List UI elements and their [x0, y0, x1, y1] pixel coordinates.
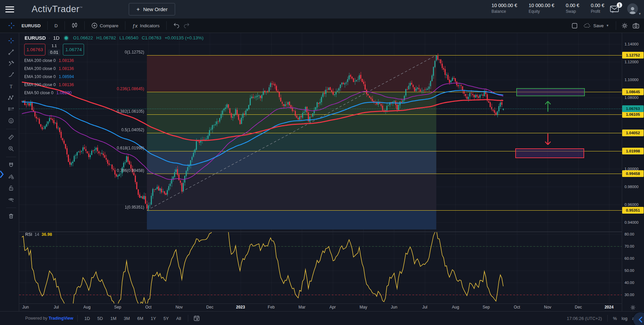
- stat-value: 0.00 €: [566, 3, 579, 8]
- redo-button[interactable]: [183, 19, 193, 33]
- drawing-lock-tool-icon[interactable]: [5, 171, 17, 182]
- legend-interval[interactable]: 1D: [53, 35, 59, 41]
- indicator-row[interactable]: EMA 200 close 01.08136: [24, 81, 74, 89]
- chart-toolbar: EURUSD D Compare ƒx Indicators: [0, 19, 644, 33]
- hide-drawings-tool-icon[interactable]: [5, 194, 17, 205]
- time-tick: Apr: [329, 305, 336, 310]
- account-stat[interactable]: 10 000.00 €Equity: [529, 3, 555, 14]
- indicator-name: EMA 200 close 0: [24, 82, 56, 87]
- avatar-chevron-down-icon[interactable]: ▼: [638, 12, 641, 15]
- person-icon: [629, 6, 636, 14]
- account-stat[interactable]: 0.00 €Profit: [591, 3, 604, 14]
- save-layout-button[interactable]: Save ▼: [582, 23, 610, 28]
- fib-level-label[interactable]: 0.5(1.04052): [121, 128, 144, 132]
- range-button-1y[interactable]: 1Y: [148, 315, 159, 322]
- price-level-tag[interactable]: 1.08645: [622, 88, 644, 95]
- legend-symbol[interactable]: EURUSD: [25, 35, 46, 41]
- crosshair-tool-icon[interactable]: [5, 19, 18, 33]
- indicator-name: EMA 200 close 0: [24, 58, 56, 63]
- pane-separator[interactable]: [19, 231, 644, 232]
- range-button-1d[interactable]: 1D: [82, 315, 93, 322]
- cloud-icon: [583, 23, 591, 28]
- sell-arrow-down-icon[interactable]: [542, 133, 554, 147]
- hamburger-menu-icon[interactable]: [5, 6, 14, 12]
- range-button-3m[interactable]: 3M: [121, 315, 132, 322]
- fib-level-label[interactable]: 0.236(1.08645): [117, 86, 144, 91]
- rsi-tick: 60.00: [625, 256, 634, 260]
- trash-tool-icon[interactable]: [5, 210, 17, 222]
- crosshair-tool-icon[interactable]: [5, 35, 17, 46]
- emoji-tool-icon[interactable]: [5, 115, 17, 127]
- chevron-left-icon: [639, 316, 643, 323]
- axis-gear-icon[interactable]: [630, 305, 636, 310]
- account-stat[interactable]: 10 000.00 €Balance: [491, 3, 517, 14]
- clock[interactable]: 17:06:26 (UTC+2): [567, 316, 602, 321]
- stat-value: 0.00 €: [591, 3, 604, 8]
- supply-zone-box[interactable]: [516, 88, 585, 96]
- range-button-all[interactable]: All: [173, 315, 184, 322]
- tradingview-link[interactable]: TradingView: [49, 316, 73, 321]
- fib-level-label[interactable]: 1(0.95351): [125, 205, 144, 210]
- magnet-tool-icon[interactable]: [5, 159, 17, 171]
- go-to-date-button[interactable]: [194, 315, 200, 321]
- fib-level-label[interactable]: 0.382(1.06105): [117, 109, 144, 114]
- buy-arrow-up-icon[interactable]: [542, 100, 554, 112]
- fib-level-label[interactable]: 0.618(1.01998): [117, 146, 144, 150]
- price-level-tag[interactable]: 1.04052: [622, 130, 644, 136]
- indicator-row[interactable]: EMA 200 close 01.08136: [24, 57, 74, 65]
- demand-zone-box[interactable]: [515, 148, 584, 158]
- time-axis[interactable]: JunJulAugSepOctNovDec2023FebMarAprMayJun…: [19, 304, 622, 311]
- chart-style-button[interactable]: [68, 19, 81, 33]
- price-level-tag[interactable]: 1.12752: [622, 52, 644, 59]
- indicator-row[interactable]: EMA 200 close 01.08136: [24, 65, 74, 73]
- time-tick: Aug: [83, 305, 90, 310]
- camera-icon[interactable]: [633, 23, 639, 29]
- buy-button[interactable]: 1.06774: [63, 44, 84, 56]
- settings-gear-icon[interactable]: [621, 23, 628, 29]
- avatar[interactable]: [627, 3, 638, 14]
- new-order-button[interactable]: + New Order: [129, 3, 175, 15]
- rsi-chart[interactable]: [19, 231, 622, 303]
- brush-tool-icon[interactable]: [5, 69, 17, 81]
- price-level-tag[interactable]: 1.06105: [622, 111, 644, 118]
- text-tool-icon[interactable]: T: [5, 81, 17, 92]
- parallel-channel-tool-icon[interactable]: [5, 104, 17, 115]
- ruler-tool-icon[interactable]: [5, 132, 17, 143]
- sell-button[interactable]: 1.06763: [24, 44, 45, 56]
- log-scale-button[interactable]: log: [621, 316, 627, 321]
- range-button-6m[interactable]: 6M: [134, 315, 146, 322]
- expand-panel-chevron-icon[interactable]: [0, 170, 4, 179]
- xabcd-pattern-tool-icon[interactable]: [5, 92, 17, 104]
- range-button-1m[interactable]: 1M: [108, 315, 119, 322]
- compare-button[interactable]: Compare: [88, 19, 122, 33]
- fib-level-label[interactable]: 0.786(0.99458): [117, 168, 144, 173]
- inbox-button[interactable]: 1: [610, 5, 620, 13]
- range-button-5y[interactable]: 5Y: [161, 315, 171, 322]
- stat-value: 10 000.00 €: [491, 3, 517, 8]
- account-stat[interactable]: 0.00 €Swap: [566, 3, 579, 14]
- trend-line-tool-icon[interactable]: [5, 46, 17, 58]
- symbol-search-button[interactable]: EURUSD: [18, 19, 44, 33]
- fib-level-label[interactable]: 0(1.12752): [125, 50, 144, 55]
- time-tick: Nov: [544, 305, 551, 310]
- price-chart[interactable]: [19, 33, 622, 231]
- indicator-row[interactable]: EMA 100 close 01.08594: [24, 73, 74, 81]
- layout-icon[interactable]: [572, 23, 577, 29]
- circle-plus-icon: [91, 23, 97, 29]
- pitchfork-tool-icon[interactable]: [5, 58, 17, 69]
- zoom-in-tool-icon[interactable]: [5, 143, 17, 154]
- price-level-tag[interactable]: 1.01998: [622, 148, 644, 154]
- price-level-tag[interactable]: 0.95351: [622, 207, 644, 214]
- drawing-tools: T: [3, 35, 19, 222]
- range-button-5d[interactable]: 5D: [95, 315, 106, 322]
- price-tick: 0.96000: [625, 203, 639, 207]
- lock-tool-icon[interactable]: [5, 182, 17, 194]
- indicators-button[interactable]: ƒx Indicators: [129, 19, 163, 33]
- price-level-tag[interactable]: 0.99458: [622, 170, 644, 177]
- rsi-legend[interactable]: RSI 14 36.98: [25, 232, 52, 237]
- time-tick: Aug: [452, 305, 459, 310]
- interval-button[interactable]: D: [51, 19, 61, 33]
- indicator-row[interactable]: EMA 50 close 01.08290: [24, 89, 74, 97]
- undo-button[interactable]: [170, 19, 183, 33]
- percent-scale-button[interactable]: %: [613, 316, 617, 321]
